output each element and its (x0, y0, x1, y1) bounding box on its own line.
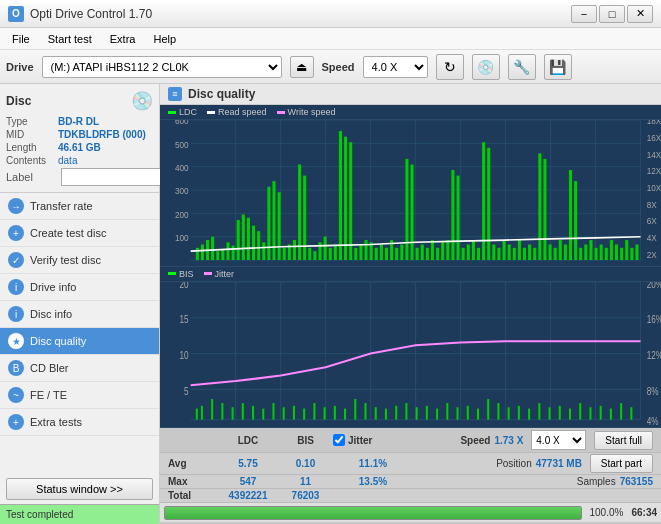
svg-rect-80 (518, 240, 521, 260)
disc-quality-title: Disc quality (188, 87, 255, 101)
svg-rect-85 (543, 159, 546, 260)
svg-rect-30 (262, 242, 265, 260)
menu-start-test[interactable]: Start test (40, 31, 100, 47)
title-bar: O Opti Drive Control 1.70 − □ ✕ (0, 0, 661, 28)
svg-text:10.0: 10.0 (275, 263, 289, 265)
svg-rect-43 (329, 248, 332, 260)
svg-rect-56 (395, 248, 398, 260)
svg-rect-147 (211, 398, 213, 419)
svg-rect-83 (533, 248, 536, 260)
menu-extra[interactable]: Extra (102, 31, 144, 47)
svg-rect-149 (232, 407, 234, 419)
legend-write-speed: Write speed (277, 107, 336, 117)
sidebar-item-disc-info[interactable]: i Disc info (0, 301, 159, 328)
svg-text:4%: 4% (647, 414, 659, 426)
svg-rect-32 (272, 181, 275, 260)
position-label: Position (496, 458, 532, 469)
svg-rect-153 (272, 403, 274, 420)
svg-text:100: 100 (175, 233, 189, 243)
menu-help[interactable]: Help (145, 31, 184, 47)
svg-rect-187 (620, 403, 622, 420)
progress-time: 66:34 (631, 507, 657, 518)
svg-text:18X: 18X (647, 120, 661, 127)
svg-text:40.0: 40.0 (544, 263, 558, 265)
total-bis: 76203 (278, 490, 333, 501)
svg-rect-52 (375, 248, 378, 260)
refresh-button[interactable]: ↻ (436, 54, 464, 80)
svg-rect-33 (278, 192, 281, 260)
start-part-button[interactable]: Start part (590, 454, 653, 473)
progress-track (164, 506, 582, 520)
svg-rect-46 (344, 137, 347, 260)
svg-rect-68 (457, 176, 460, 260)
sidebar-item-drive-info[interactable]: i Drive info (0, 274, 159, 301)
sidebar-item-fe-te[interactable]: ~ FE / TE (0, 382, 159, 409)
svg-text:0.0: 0.0 (191, 263, 201, 265)
svg-rect-100 (620, 248, 623, 260)
svg-text:20.0: 20.0 (364, 263, 378, 265)
status-window-button[interactable]: Status window >> (6, 478, 153, 500)
svg-rect-69 (462, 248, 465, 260)
svg-rect-161 (354, 398, 356, 419)
settings-button[interactable]: 🔧 (508, 54, 536, 80)
speed-sel[interactable]: 4.0 X (531, 430, 586, 450)
sidebar-item-create-test-disc[interactable]: + Create test disc (0, 220, 159, 247)
close-button[interactable]: ✕ (627, 5, 653, 23)
length-key: Length (6, 142, 58, 153)
content-area: ≡ Disc quality LDC Read speed (160, 84, 661, 524)
start-full-button[interactable]: Start full (594, 431, 653, 450)
svg-rect-84 (538, 153, 541, 260)
svg-rect-162 (364, 403, 366, 420)
svg-rect-34 (283, 248, 286, 260)
sidebar-item-cd-bler[interactable]: B CD Bler (0, 355, 159, 382)
svg-rect-171 (457, 407, 459, 419)
drive-bar: Drive (M:) ATAPI iHBS112 2 CL0K ⏏ Speed … (0, 50, 661, 84)
chart2-area: BIS Jitter (160, 267, 661, 429)
svg-rect-101 (625, 240, 628, 260)
menu-file[interactable]: File (4, 31, 38, 47)
sidebar-item-disc-quality[interactable]: ★ Disc quality (0, 328, 159, 355)
sidebar-item-extra-tests[interactable]: + Extra tests (0, 409, 159, 436)
svg-text:20: 20 (180, 282, 190, 290)
svg-rect-58 (405, 159, 408, 260)
svg-rect-148 (221, 403, 223, 420)
svg-rect-39 (308, 248, 311, 260)
create-test-disc-icon: + (8, 225, 24, 241)
svg-rect-151 (252, 405, 254, 419)
extra-tests-icon: + (8, 414, 24, 430)
disc-icon: 💿 (131, 90, 153, 112)
drive-select[interactable]: (M:) ATAPI iHBS112 2 CL0K (42, 56, 282, 78)
svg-rect-103 (635, 244, 638, 260)
svg-rect-48 (354, 248, 357, 260)
sidebar-item-verify-test-disc[interactable]: ✓ Verify test disc (0, 247, 159, 274)
svg-rect-180 (549, 407, 551, 419)
contents-key: Contents (6, 155, 58, 166)
speed-select[interactable]: 4.0 X (363, 56, 428, 78)
svg-rect-172 (467, 405, 469, 419)
svg-rect-23 (226, 242, 229, 260)
charts-container: LDC Read speed Write speed (160, 105, 661, 524)
svg-rect-179 (538, 403, 540, 420)
fe-te-label: FE / TE (30, 389, 67, 401)
svg-rect-188 (630, 407, 632, 419)
svg-text:500: 500 (175, 139, 189, 149)
chart1-svg: 600 500 400 300 200 100 18X 16X 14X 12X … (160, 120, 661, 265)
drive-info-label: Drive info (30, 281, 76, 293)
menu-bar: File Start test Extra Help (0, 28, 661, 50)
svg-text:400: 400 (175, 163, 189, 173)
maximize-button[interactable]: □ (599, 5, 625, 23)
sidebar-item-transfer-rate[interactable]: → Transfer rate (0, 193, 159, 220)
svg-rect-145 (196, 408, 198, 419)
ldc-header: LDC (218, 435, 278, 446)
minimize-button[interactable]: − (571, 5, 597, 23)
svg-rect-156 (303, 408, 305, 419)
svg-text:5: 5 (184, 384, 189, 396)
save-button[interactable]: 💾 (544, 54, 572, 80)
main-layout: Disc 💿 Type BD-R DL MID TDKBLDRFB (000) … (0, 84, 661, 524)
speed-label: Speed (322, 61, 355, 73)
burn-button[interactable]: 💿 (472, 54, 500, 80)
jitter-checkbox[interactable] (333, 434, 345, 446)
svg-rect-181 (559, 405, 561, 419)
eject-button[interactable]: ⏏ (290, 56, 314, 78)
svg-rect-174 (487, 398, 489, 419)
